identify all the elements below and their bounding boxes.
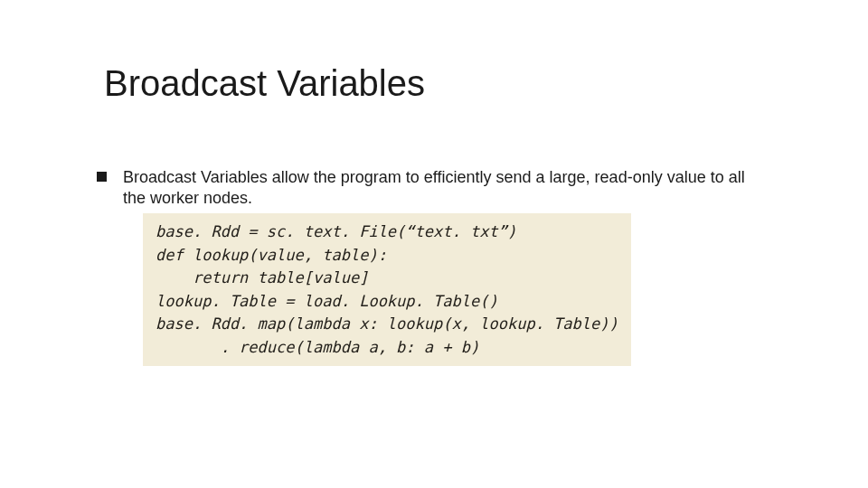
square-bullet-icon (97, 172, 107, 182)
slide-title: Broadcast Variables (104, 63, 769, 104)
slide: Broadcast Variables Broadcast Variables … (0, 0, 868, 488)
code-line: return table[value] (156, 267, 618, 290)
code-line: base. Rdd = sc. text. File(“text. txt”) (156, 221, 618, 244)
code-line: base. Rdd. map(lambda x: lookup(x, looku… (156, 313, 618, 336)
code-line: . reduce(lambda a, b: a + b) (156, 336, 618, 360)
code-line: lookup. Table = load. Lookup. Table() (156, 290, 618, 314)
code-block: base. Rdd = sc. text. File(“text. txt”) … (143, 213, 631, 366)
bullet-body: Broadcast Variables allow the program to… (123, 167, 769, 366)
code-line: def lookup(value, table): (156, 244, 618, 267)
bullet-item: Broadcast Variables allow the program to… (97, 167, 769, 366)
bullet-text: Broadcast Variables allow the program to… (123, 167, 769, 208)
